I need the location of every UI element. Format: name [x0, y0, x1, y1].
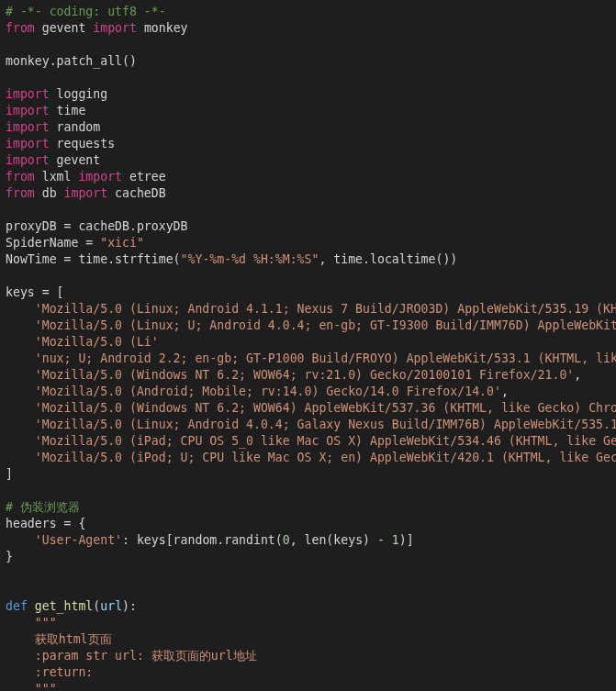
ua-string-5: 'Mozilla/5.0 (Android; Mobile; rv:14.0) … — [6, 385, 501, 398]
headers-expr-a: : keys[random.randint( — [122, 533, 283, 547]
code-editor: # -*- coding: utf8 -*- from gevent impor… — [0, 0, 616, 691]
mod-gevent: gevent — [50, 153, 101, 167]
mod-gevent: gevent — [42, 21, 94, 35]
paren-close: ): — [122, 599, 137, 613]
ua-string-7: 'Mozilla/5.0 (Linux; Android 4.0.4; Gala… — [6, 418, 616, 431]
mod-time: time — [50, 104, 86, 117]
assign-proxydb: proxyDB = cacheDB.proxyDB — [6, 219, 188, 233]
mod-requests: requests — [50, 137, 115, 150]
kw-import: import — [6, 87, 50, 101]
code-line: # -*- coding: utf8 -*- — [6, 5, 166, 18]
assign-spidername: SpiderName = — [6, 236, 100, 250]
kw-import: import — [6, 137, 50, 150]
comment-fake-browser: # 伪装浏览器 — [6, 500, 80, 514]
mod-etree: etree — [122, 170, 166, 184]
ua-string-9: 'Mozilla/5.0 (iPod; U; CPU like Mac OS X… — [6, 451, 616, 464]
headers-expr-b: , len(keys) - — [290, 533, 392, 547]
mod-db: db — [35, 186, 64, 200]
headers-open: headers = { — [6, 517, 85, 530]
ua-string-3: 'nux; U; Android 2.2; en-gb; GT-P1000 Bu… — [6, 351, 616, 365]
ua-string-6: 'Mozilla/5.0 (Windows NT 6.2; WOW64) App… — [6, 401, 616, 415]
kw-import: import — [6, 120, 50, 134]
str-xici: "xici" — [100, 236, 144, 250]
num-zero: 0 — [283, 533, 290, 547]
docstring-param-desc: 获取页面的url地址 — [151, 649, 257, 663]
assign-nowtime: NowTime = time.strftime( — [6, 252, 181, 266]
docstring-line: 获取html页面 — [6, 632, 112, 646]
ua-string-2: 'Mozilla/5.0 (Li' — [6, 335, 159, 349]
docstring-return: :return: — [6, 665, 93, 679]
call-patch-all: monkey.patch_all() — [6, 54, 137, 68]
kw-def: def — [6, 599, 28, 613]
comma: , — [501, 385, 509, 398]
headers-expr-c: )] — [399, 533, 414, 547]
docstring-close: """ — [6, 682, 57, 691]
kw-import: import — [78, 170, 122, 184]
docstring-param: :param str url: — [6, 649, 151, 663]
mod-lxml: lxml — [35, 170, 79, 184]
kw-import: import — [93, 21, 137, 35]
fn-get-html: get_html — [28, 599, 93, 613]
headers-close: } — [6, 550, 13, 563]
kw-import: import — [6, 104, 50, 117]
mod-cachedb: cacheDB — [107, 186, 166, 200]
kw-import: import — [6, 153, 50, 167]
num-one: 1 — [392, 533, 399, 547]
ua-string-1: 'Mozilla/5.0 (Linux; U; Android 4.0.4; e… — [6, 318, 616, 332]
kw-from: from — [6, 186, 35, 200]
mod-monkey: monkey — [137, 21, 188, 35]
indent — [6, 533, 35, 547]
ua-string-8: 'Mozilla/5.0 (iPad; CPU OS 5_0 like Mac … — [6, 434, 616, 448]
comma: , — [574, 368, 581, 382]
kw-from: from — [6, 170, 35, 184]
kw-from: from — [6, 21, 35, 35]
str-fmt: "%Y-%m-%d %H:%M:%S" — [181, 252, 319, 266]
ua-string-0: 'Mozilla/5.0 (Linux; Android 4.1.1; Nexu… — [6, 302, 616, 316]
str-user-agent: 'User-Agent' — [35, 533, 122, 547]
ua-string-4: 'Mozilla/5.0 (Windows NT 6.2; WOW64; rv:… — [6, 368, 574, 382]
param-url: url — [100, 599, 122, 613]
mod-logging: logging — [50, 87, 108, 101]
keys-open: keys = [ — [6, 285, 64, 299]
assign-nowtime-b: , time.localtime()) — [319, 252, 457, 266]
keys-close: ] — [6, 467, 13, 481]
mod-random: random — [50, 120, 101, 134]
mod — [35, 21, 42, 35]
kw-import: import — [64, 186, 108, 200]
docstring-open: """ — [6, 616, 57, 630]
